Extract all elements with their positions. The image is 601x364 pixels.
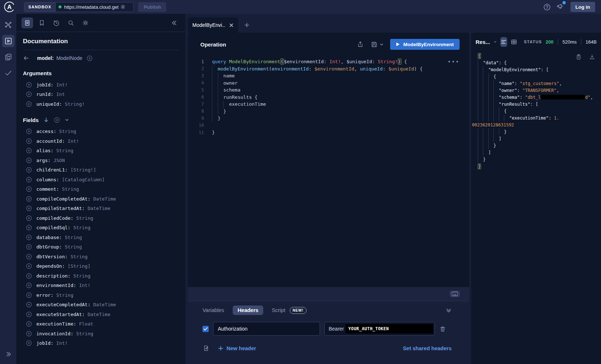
field-row[interactable]: description: String xyxy=(23,271,179,281)
json-line[interactable]: { xyxy=(471,73,600,80)
code-line[interactable]: 4owner xyxy=(188,80,469,87)
chevron-down-icon[interactable] xyxy=(65,118,69,122)
response-view-text-button[interactable] xyxy=(500,37,507,47)
publish-button[interactable]: Publish xyxy=(138,2,166,12)
set-shared-headers-link[interactable]: Set shared headers xyxy=(403,345,452,351)
keyboard-shortcuts-button[interactable] xyxy=(450,291,460,297)
copy-response-icon[interactable] xyxy=(576,54,582,60)
field-row[interactable]: jobId: Int! xyxy=(23,339,179,348)
add-to-query-icon[interactable] xyxy=(26,302,32,308)
add-to-query-icon[interactable] xyxy=(26,292,32,298)
download-response-icon[interactable] xyxy=(589,54,595,60)
add-to-query-icon[interactable] xyxy=(26,340,32,346)
argument-row[interactable]: uniqueId: String! xyxy=(23,99,179,109)
collapse-drawer-icon[interactable] xyxy=(446,307,452,313)
code-line[interactable]: 5schema xyxy=(188,86,469,94)
breadcrumb-type-link[interactable]: ModelNode xyxy=(56,55,83,61)
add-to-query-icon[interactable] xyxy=(26,273,32,279)
field-row[interactable]: executionTime: Float xyxy=(23,319,179,329)
header-enabled-checkbox[interactable] xyxy=(203,326,209,332)
field-row[interactable]: access: String xyxy=(23,127,179,137)
field-row[interactable]: accountId: Int! xyxy=(23,136,179,146)
field-row[interactable]: database: String xyxy=(23,232,179,242)
add-to-query-icon[interactable] xyxy=(26,177,32,183)
delete-header-trash-icon[interactable] xyxy=(439,325,446,332)
operation-tab[interactable]: ModelByEnvi... xyxy=(188,17,238,33)
json-line[interactable]: } xyxy=(471,142,600,149)
json-line[interactable]: "modelByEnvironment": [ xyxy=(471,66,600,73)
help-icon[interactable] xyxy=(543,3,551,11)
add-to-query-icon[interactable] xyxy=(26,82,32,88)
response-json-viewer[interactable]: {"data": {"modelByEnvironment": [{"name"… xyxy=(471,51,601,364)
editor-menu-icon[interactable]: ••• xyxy=(448,59,460,65)
json-line[interactable]: "name": "stg_customers", xyxy=(471,80,600,87)
add-to-query-icon[interactable] xyxy=(26,186,32,192)
add-to-query-icon[interactable] xyxy=(26,196,32,202)
apollo-logo[interactable]: A xyxy=(4,1,15,13)
field-row[interactable]: compiledSql: String xyxy=(23,223,179,233)
share-icon[interactable] xyxy=(357,41,364,48)
code-line[interactable]: 8} xyxy=(188,108,469,115)
field-row[interactable]: dbtGroup: String xyxy=(23,242,179,252)
add-to-query-icon[interactable] xyxy=(26,234,32,240)
add-field-icon[interactable] xyxy=(87,55,93,61)
save-icon[interactable] xyxy=(370,41,378,48)
rail-checks-button[interactable] xyxy=(2,67,15,79)
code-line[interactable]: 9} xyxy=(188,115,469,122)
drawer-tab-variables[interactable]: Variables xyxy=(203,307,224,313)
field-row[interactable]: compileCompletedAt: DateTime xyxy=(23,194,179,204)
rail-expand-button[interactable] xyxy=(2,348,15,360)
field-row[interactable]: error: String xyxy=(23,290,179,300)
add-to-query-icon[interactable] xyxy=(26,244,32,250)
json-line[interactable]: "owner": "TRANSFORMER", xyxy=(471,87,600,94)
docs-tab-documentation[interactable] xyxy=(21,17,33,28)
collapse-docs-button[interactable] xyxy=(169,17,180,28)
json-line[interactable]: ] xyxy=(471,135,600,142)
add-to-query-icon[interactable] xyxy=(26,167,32,173)
json-line[interactable]: "runResults": [ xyxy=(471,101,600,108)
response-menu-chevron-icon[interactable] xyxy=(494,40,497,44)
argument-row[interactable]: runId: Int xyxy=(23,90,179,100)
json-line[interactable]: 0023620128631592 xyxy=(471,121,600,128)
argument-row[interactable]: jobId: Int! xyxy=(23,80,179,90)
add-to-query-icon[interactable] xyxy=(26,225,32,231)
add-to-query-icon[interactable] xyxy=(26,128,32,134)
field-row[interactable]: alias: String xyxy=(23,146,179,156)
login-button[interactable]: Log in xyxy=(570,2,596,12)
close-tab-icon[interactable] xyxy=(229,23,234,28)
announcements-wrapper[interactable] xyxy=(557,2,565,12)
json-line[interactable]: "executionTime": 1. xyxy=(471,114,600,121)
json-line[interactable]: } xyxy=(471,163,600,170)
code-line[interactable]: 6runResults { xyxy=(188,94,469,101)
add-to-query-icon[interactable] xyxy=(26,157,32,163)
drawer-tab-script[interactable]: Script xyxy=(272,307,285,313)
field-row[interactable]: invocationId: String xyxy=(23,329,179,339)
field-row[interactable]: compiledCode: String xyxy=(23,213,179,223)
save-group[interactable] xyxy=(370,41,384,48)
field-row[interactable]: compileStartedAt: DateTime xyxy=(23,204,179,214)
code-line[interactable]: 3name xyxy=(188,72,469,80)
response-view-table-button[interactable] xyxy=(511,37,518,47)
docs-tab-search[interactable] xyxy=(65,17,77,28)
json-line[interactable]: } xyxy=(471,156,600,163)
run-operation-button[interactable]: ModelByEnvironment xyxy=(390,39,460,50)
endpoint-settings-gear-icon[interactable] xyxy=(120,4,126,10)
add-to-query-icon[interactable] xyxy=(26,205,32,211)
field-row[interactable]: dependsOn: [String] xyxy=(23,262,179,271)
json-line[interactable]: { xyxy=(471,108,600,114)
header-name-input[interactable] xyxy=(213,322,320,336)
field-row[interactable]: childrenL1: [String!] xyxy=(23,165,179,175)
field-row[interactable]: executeStartedAt: DateTime xyxy=(23,310,179,319)
query-editor[interactable]: 1query ModelByEnvironment($environmentId… xyxy=(188,56,469,287)
json-line[interactable]: "data": { xyxy=(471,59,600,66)
add-to-query-icon[interactable] xyxy=(26,282,32,288)
json-line[interactable]: } xyxy=(471,128,600,135)
add-all-fields-icon[interactable] xyxy=(54,117,60,123)
code-line[interactable]: 1query ModelByEnvironment($environmentId… xyxy=(188,58,469,65)
rail-explorer-button[interactable] xyxy=(2,35,15,47)
save-menu-chevron-icon[interactable] xyxy=(380,43,384,46)
field-row[interactable]: dbtVersion: String xyxy=(23,252,179,262)
sort-arrow-down-icon[interactable] xyxy=(43,117,49,123)
new-tab-icon[interactable] xyxy=(244,22,250,28)
json-line[interactable]: "schema": "dbt_ld", xyxy=(471,94,600,101)
